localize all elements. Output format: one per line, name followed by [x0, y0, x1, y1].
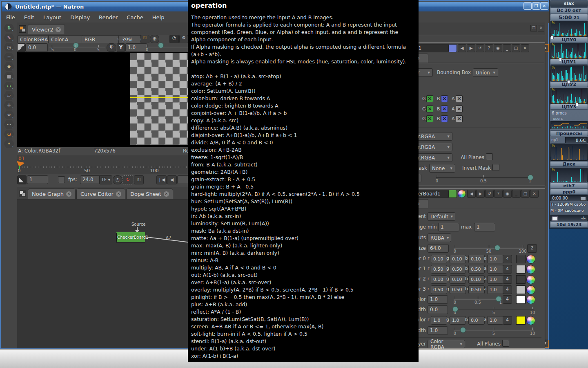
prev-frame-button[interactable]: ◀ — [167, 175, 177, 184]
comp-r-field[interactable]: 0.10 — [431, 275, 447, 284]
node-checkerboard1[interactable]: CheckerBoard1 — [116, 232, 145, 242]
comp-a-field[interactable]: 1.0 — [487, 316, 503, 325]
loop-mode-icon[interactable]: ↻ — [122, 175, 133, 184]
multi-dim-button[interactable]: 4 — [503, 285, 512, 294]
comp-a-field[interactable]: 1.0 — [487, 275, 503, 284]
pane-menu-button[interactable] — [19, 25, 26, 33]
min-field[interactable]: 1 — [438, 223, 459, 231]
sync-lock-icon[interactable]: ⚿ — [140, 35, 149, 43]
close-button[interactable]: ✕ — [540, 2, 548, 10]
comp-a-field[interactable]: 1.0 — [487, 255, 503, 263]
multi-dim-button[interactable]: 4 — [503, 255, 512, 263]
color-swatch[interactable] — [516, 275, 526, 284]
channel-checkbox-G[interactable] — [426, 115, 433, 122]
line-color-slider[interactable] — [454, 299, 502, 299]
centerline-width-slider-handle[interactable] — [460, 327, 466, 333]
comp-r-field[interactable]: 0.50 — [431, 265, 447, 274]
maximize-button[interactable]: ❐ — [532, 2, 540, 10]
next-node-icon[interactable]: ▶ — [467, 44, 475, 52]
centerline-width-field[interactable]: 1.0 — [428, 326, 448, 335]
color-wheel-icon[interactable] — [526, 316, 535, 325]
max-field[interactable]: 1 — [474, 223, 495, 231]
channel-checkbox-A[interactable] — [456, 115, 463, 122]
menu-display[interactable]: Display — [66, 11, 94, 23]
mix-slider[interactable] — [436, 177, 531, 178]
node-color-button[interactable] — [448, 190, 457, 198]
close-tab-icon[interactable]: ✕ — [116, 191, 121, 197]
color-wheel-icon[interactable] — [526, 275, 535, 284]
clip-to-project-icon[interactable]: ◔ — [169, 35, 179, 43]
prev-node-icon[interactable]: ◀ — [467, 190, 476, 198]
minimize-button[interactable]: ─ — [523, 2, 532, 10]
multi-dim-button[interactable]: 4 — [503, 275, 512, 284]
close-tab-icon[interactable]: ✕ — [164, 191, 169, 197]
box-size-field[interactable]: 64.0 — [428, 244, 449, 253]
float-panel-icon[interactable]: □ — [512, 44, 520, 52]
tab-dope-sheet[interactable]: Dope Sheet✕ — [126, 188, 173, 199]
comp-r-field[interactable]: 0.10 — [431, 255, 447, 263]
close-panel-icon[interactable]: ✕ — [521, 44, 529, 52]
all-planes-checkbox[interactable] — [486, 153, 493, 160]
line-color-swatch[interactable] — [516, 295, 526, 304]
comp-b-field[interactable]: 0.50 — [468, 285, 485, 294]
color-wheel-icon[interactable] — [526, 265, 535, 274]
channel-checkbox-A[interactable] — [456, 95, 463, 102]
maximize-pane-icon[interactable]: ❒ — [530, 25, 537, 31]
channel-checkbox-B[interactable] — [441, 95, 448, 102]
channel-y-button[interactable]: Y — [117, 43, 125, 52]
line-width-field[interactable]: 0.0 — [428, 305, 448, 314]
line-width-slider-handle[interactable] — [452, 306, 458, 312]
fps-field[interactable]: 24.0 — [80, 175, 101, 184]
close-pane-icon[interactable]: ✕ — [538, 25, 544, 31]
box-size-slider-handle[interactable] — [494, 245, 500, 251]
all-planes-checkbox[interactable] — [502, 340, 509, 347]
multi-dim-button[interactable]: 4 — [503, 295, 512, 304]
gkrellm-monitor[interactable]: slaxВс 30 окт5:00 21%ЦПУ0%ЦПУ1%ЦПУ2%ЦПУ3… — [549, 0, 588, 229]
comp-a-field[interactable]: 1.0 — [487, 265, 503, 274]
comp-r-field[interactable]: 0.50 — [431, 285, 447, 294]
bbox-combo[interactable]: Union▼ — [473, 68, 498, 77]
minimize-panel-icon[interactable]: _ — [512, 190, 521, 198]
color-swatch[interactable] — [516, 255, 526, 263]
close-tab-icon[interactable]: ✕ — [66, 191, 71, 197]
tab-viewer2[interactable]: Viewer2 ✕ — [28, 24, 65, 34]
help-icon[interactable]: ? — [485, 44, 493, 52]
luminance-icon[interactable]: ◐ — [107, 43, 116, 52]
prev-node-icon[interactable]: ◀ — [458, 44, 466, 52]
in-frame-field[interactable]: 1 — [27, 175, 48, 184]
comp-g-field[interactable]: 0.10 — [450, 275, 466, 284]
help-icon[interactable]: ? — [494, 190, 503, 198]
dimension-button[interactable]: 2 — [527, 244, 537, 253]
outputs-combo[interactable]: RGBA▼ — [428, 233, 451, 242]
channel-checkbox-G[interactable] — [426, 105, 433, 112]
comp-g-field[interactable]: 0.50 — [450, 285, 466, 294]
gain-field[interactable]: 0.0 — [26, 43, 48, 52]
first-frame-button[interactable]: ❘◀ — [156, 175, 167, 184]
minimize-panel-icon[interactable]: _ — [503, 44, 511, 52]
menu-render[interactable]: Render — [94, 11, 122, 23]
menu-layout[interactable]: Layout — [39, 11, 66, 23]
comp-b-field[interactable]: 0.10 — [468, 275, 485, 284]
box-size-slider[interactable] — [454, 248, 524, 248]
next-node-icon[interactable]: ▶ — [476, 190, 485, 198]
channel-checkbox-B[interactable] — [441, 115, 448, 122]
menu-cache[interactable]: Cache — [122, 11, 147, 23]
comp-r-field[interactable]: 1.0 — [431, 316, 447, 325]
gamma-slider[interactable] — [145, 47, 188, 47]
menu-edit[interactable]: Edit — [20, 11, 39, 23]
in-point-icon[interactable] — [17, 175, 27, 184]
tab-curve-editor[interactable]: Curve Editor✕ — [76, 188, 125, 199]
channel-checkbox-G[interactable] — [426, 95, 433, 102]
gamma-field[interactable]: 1.0 — [125, 43, 147, 52]
comp-g-field[interactable]: 0.50 — [450, 265, 466, 274]
float-panel-icon[interactable]: □ — [521, 190, 530, 198]
color-wheel-icon[interactable] — [526, 255, 535, 264]
viewer-layer-combo[interactable]: Color.RGBA — [17, 35, 53, 44]
lock-range-icon[interactable]: ⚿ — [134, 175, 144, 184]
overlay-color-wheel[interactable] — [458, 190, 466, 198]
playback-checkbox[interactable] — [58, 176, 65, 183]
invert-mask-checkbox[interactable] — [492, 164, 499, 171]
center-image-icon[interactable]: ⊕ — [150, 35, 159, 43]
mix-slider-handle[interactable] — [528, 175, 533, 180]
hide-params-icon[interactable]: ◉ — [494, 44, 502, 52]
